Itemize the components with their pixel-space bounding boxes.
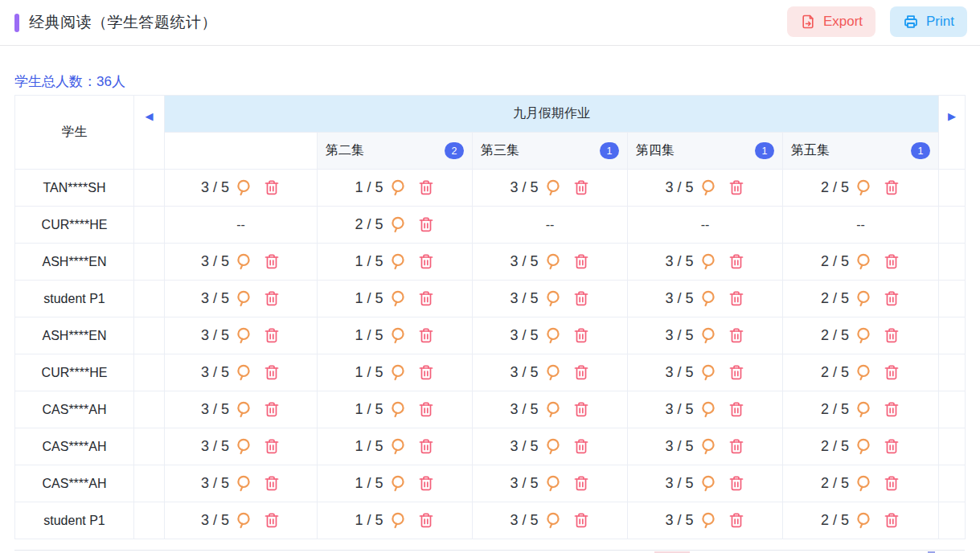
trash-icon[interactable] [417, 289, 435, 308]
score-value: 3 / 5 [510, 179, 538, 196]
scroll-right-button[interactable]: ▶ [939, 96, 966, 170]
search-icon[interactable] [855, 400, 873, 419]
trash-icon[interactable] [572, 511, 590, 530]
trash-icon[interactable] [417, 363, 435, 382]
score-value: 2 / 5 [821, 475, 849, 492]
search-icon[interactable] [699, 474, 718, 493]
trash-icon[interactable] [417, 511, 435, 530]
search-icon[interactable] [235, 363, 253, 382]
trash-icon[interactable] [728, 363, 745, 382]
search-icon[interactable] [699, 437, 718, 456]
export-button[interactable]: Export [787, 6, 875, 37]
trash-icon[interactable] [572, 178, 590, 197]
trash-icon[interactable] [728, 252, 745, 271]
search-icon[interactable] [235, 400, 253, 419]
trash-icon[interactable] [572, 252, 590, 271]
search-icon[interactable] [699, 252, 718, 271]
trash-icon[interactable] [417, 437, 435, 456]
trash-icon[interactable] [263, 289, 281, 308]
trash-icon[interactable] [263, 437, 281, 456]
search-icon[interactable] [235, 252, 253, 271]
search-icon[interactable] [389, 215, 408, 234]
trash-icon[interactable] [728, 474, 745, 493]
trash-icon[interactable] [883, 178, 900, 197]
trash-icon[interactable] [572, 363, 590, 382]
trash-icon[interactable] [728, 400, 745, 419]
search-icon[interactable] [544, 474, 563, 493]
trash-icon[interactable] [417, 326, 435, 345]
trash-icon[interactable] [417, 474, 435, 493]
search-icon[interactable] [855, 326, 873, 345]
trash-icon[interactable] [883, 326, 900, 345]
trash-icon[interactable] [883, 400, 900, 419]
search-icon[interactable] [235, 437, 253, 456]
search-icon[interactable] [389, 289, 408, 308]
trash-icon[interactable] [572, 474, 590, 493]
trash-icon[interactable] [572, 400, 590, 419]
search-icon[interactable] [544, 437, 563, 456]
search-icon[interactable] [855, 437, 873, 456]
search-icon[interactable] [389, 437, 408, 456]
trash-icon[interactable] [263, 474, 281, 493]
trash-icon[interactable] [883, 511, 900, 530]
trash-icon[interactable] [263, 511, 281, 530]
search-icon[interactable] [699, 363, 718, 382]
search-icon[interactable] [389, 178, 408, 197]
trash-icon[interactable] [572, 437, 590, 456]
trash-icon[interactable] [417, 252, 435, 271]
scroll-left-button[interactable]: ◀ [134, 96, 165, 170]
search-icon[interactable] [855, 511, 873, 530]
trash-icon[interactable] [263, 326, 281, 345]
score-cell: -- [473, 207, 628, 244]
search-icon[interactable] [855, 474, 873, 493]
search-icon[interactable] [699, 511, 718, 530]
trash-icon[interactable] [263, 252, 281, 271]
search-icon[interactable] [699, 400, 718, 419]
search-icon[interactable] [544, 363, 563, 382]
trash-icon[interactable] [883, 474, 900, 493]
search-icon[interactable] [389, 252, 408, 271]
trash-icon[interactable] [728, 326, 745, 345]
trash-icon[interactable] [883, 437, 900, 456]
search-icon[interactable] [235, 289, 253, 308]
search-icon[interactable] [235, 326, 253, 345]
search-icon[interactable] [544, 178, 563, 197]
search-icon[interactable] [389, 400, 408, 419]
search-icon[interactable] [235, 511, 253, 530]
search-icon[interactable] [544, 289, 563, 308]
trash-icon[interactable] [417, 215, 435, 234]
search-icon[interactable] [855, 252, 873, 271]
trash-icon[interactable] [417, 178, 435, 197]
search-icon[interactable] [699, 289, 718, 308]
score-value: 3 / 5 [201, 253, 229, 270]
search-icon[interactable] [544, 400, 563, 419]
trash-icon[interactable] [417, 400, 435, 419]
trash-icon[interactable] [572, 289, 590, 308]
search-icon[interactable] [389, 511, 408, 530]
search-icon[interactable] [855, 363, 873, 382]
trash-icon[interactable] [263, 178, 281, 197]
search-icon[interactable] [544, 511, 563, 530]
search-icon[interactable] [855, 178, 873, 197]
trash-icon[interactable] [883, 252, 900, 271]
search-icon[interactable] [699, 178, 718, 197]
trash-icon[interactable] [728, 289, 745, 308]
trash-icon[interactable] [728, 511, 745, 530]
search-icon[interactable] [544, 326, 563, 345]
search-icon[interactable] [235, 178, 253, 197]
search-icon[interactable] [389, 363, 408, 382]
search-icon[interactable] [389, 474, 408, 493]
print-button[interactable]: Print [890, 6, 967, 37]
trash-icon[interactable] [883, 289, 900, 308]
trash-icon[interactable] [728, 437, 745, 456]
trash-icon[interactable] [263, 363, 281, 382]
search-icon[interactable] [699, 326, 718, 345]
trash-icon[interactable] [728, 178, 745, 197]
trash-icon[interactable] [263, 400, 281, 419]
search-icon[interactable] [855, 289, 873, 308]
search-icon[interactable] [389, 326, 408, 345]
search-icon[interactable] [544, 252, 563, 271]
trash-icon[interactable] [883, 363, 900, 382]
trash-icon[interactable] [572, 326, 590, 345]
search-icon[interactable] [235, 474, 253, 493]
